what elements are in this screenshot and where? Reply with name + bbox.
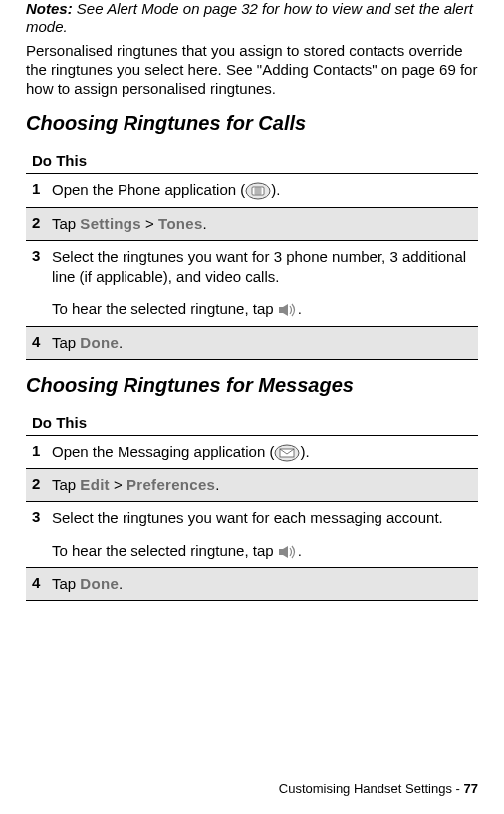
step-number: 2 (32, 475, 52, 495)
table-row: 3 Select the ringtunes you want for 3 ph… (26, 240, 478, 326)
table-row: 4 Tap Done. (26, 326, 478, 360)
step-text: Select the ringtunes you want for 3 phon… (52, 247, 472, 320)
step-number: 4 (32, 333, 52, 353)
table-row: 3 Select the ringtunes you want for each… (26, 501, 478, 567)
step-number: 3 (32, 508, 52, 561)
step-text: Tap Edit > Preferences. (52, 475, 472, 495)
step-text: Tap Done. (52, 333, 472, 353)
menu-preferences: Preferences (126, 476, 215, 493)
notes-block: Notes: See Alert Mode on page 32 for how… (26, 0, 478, 36)
footer: Customising Handset Settings - 77 (279, 781, 478, 796)
table-row: 2 Tap Edit > Preferences. (26, 468, 478, 501)
menu-done: Done (80, 575, 119, 592)
step-text: Select the ringtunes you want for each m… (52, 508, 472, 561)
section-title-calls: Choosing Ringtunes for Calls (26, 112, 478, 135)
notes-label: Notes: (26, 0, 73, 17)
svg-rect-12 (279, 549, 283, 555)
page-number: 77 (464, 781, 478, 796)
step-number: 1 (32, 180, 52, 200)
speaker-icon (278, 544, 298, 560)
step-number: 4 (32, 574, 52, 594)
menu-done: Done (80, 334, 119, 351)
svg-marker-13 (283, 546, 288, 558)
menu-edit: Edit (80, 476, 110, 493)
step-number: 1 (32, 442, 52, 462)
table-row: 1 Open the Phone application (). (26, 173, 478, 206)
phone-app-icon (245, 182, 271, 200)
step-text: Open the Messaging application (). (52, 442, 472, 462)
table-row: 1 Open the Messaging application (). (26, 435, 478, 468)
svg-rect-8 (279, 307, 283, 313)
step-text: Open the Phone application (). (52, 180, 472, 200)
step-text: Tap Done. (52, 574, 472, 594)
messaging-app-icon (274, 444, 300, 462)
notes-text: See Alert Mode on page 32 for how to vie… (26, 0, 473, 35)
table-row: 4 Tap Done. (26, 567, 478, 601)
table-row: 2 Tap Settings > Tones. (26, 207, 478, 240)
speaker-icon (278, 302, 298, 318)
intro-paragraph: Personalised ringtunes that you assign t… (26, 42, 478, 98)
do-this-calls: Do This (26, 148, 478, 173)
svg-marker-9 (283, 304, 288, 316)
step-text: Tap Settings > Tones. (52, 214, 472, 234)
section-title-messages: Choosing Ringtunes for Messages (26, 374, 478, 397)
menu-settings: Settings (80, 215, 141, 232)
menu-tones: Tones (158, 215, 203, 232)
step-number: 2 (32, 214, 52, 234)
do-this-messages: Do This (26, 410, 478, 435)
step-number: 3 (32, 247, 52, 320)
footer-text: Customising Handset Settings - (279, 781, 464, 796)
